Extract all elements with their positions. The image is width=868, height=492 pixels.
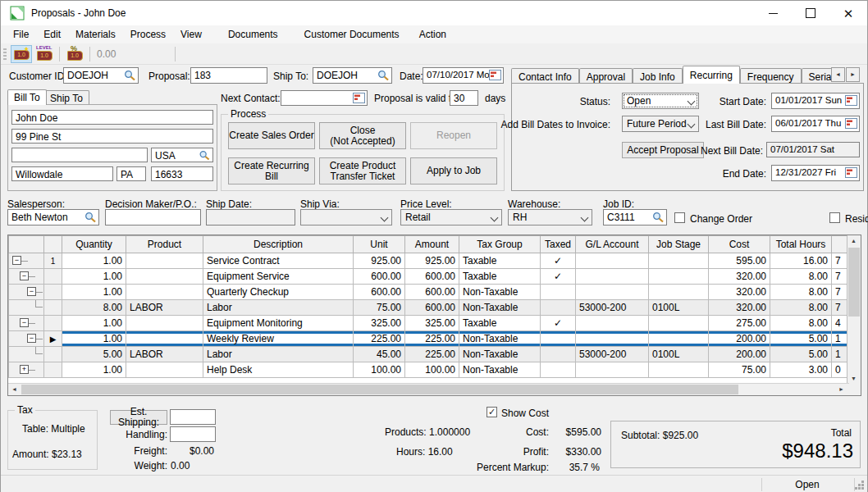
next-contact-field[interactable] [281,90,368,106]
bill-zip-field[interactable]: 16633 [151,166,213,181]
row-header[interactable] [44,269,62,285]
cell-unit[interactable]: 925.00 [354,253,405,269]
lookup-icon[interactable] [124,70,136,81]
cell-qty[interactable]: 1.00 [62,362,126,378]
calendar-icon[interactable] [489,70,501,80]
cell-amount[interactable]: 600.00 [405,285,459,300]
close-not-accepted-button[interactable]: Close (Not Accepted) [319,122,406,149]
cell-product[interactable]: LABOR [126,347,203,362]
current-row-marker[interactable]: ▶ [44,331,62,347]
table-row[interactable]: −1.00Equipment Service600.00600.00Taxabl… [9,269,849,285]
bill-address1-field[interactable]: 99 Pine St [11,129,213,144]
cell-taxed[interactable] [541,285,576,300]
table-row[interactable]: 5.00LABORLabor45.00225.00Non-Taxable5300… [9,347,849,362]
lookup-icon[interactable] [199,150,211,161]
warehouse-combo[interactable]: RH [508,209,592,226]
discount-price-tag-icon[interactable]: % 1.0 [64,45,85,63]
cell-qty[interactable]: 1.00 [62,331,126,347]
tab-frequency[interactable]: Frequency [740,68,802,84]
cell-gl[interactable] [576,331,649,347]
cell-amount[interactable]: 225.00 [405,347,459,362]
cell-amount[interactable]: 600.00 [405,269,459,285]
calendar-icon[interactable] [845,95,857,106]
salesperson-field[interactable]: Beth Newton [7,209,99,226]
cell-gl[interactable] [576,316,649,331]
bill-city-field[interactable]: Willowdale [11,166,113,181]
lookup-icon[interactable] [377,70,390,81]
cell-desc[interactable]: Weekly Review [203,331,354,347]
cell-hours[interactable]: 3.00 [770,362,832,378]
table-row[interactable]: −11.00Service Contract925.00925.00Taxabl… [9,253,849,269]
resize-grip[interactable] [861,481,864,483]
bill-address2-field[interactable] [11,148,148,162]
tab-recurring[interactable]: Recurring [683,66,740,84]
scroll-up-icon[interactable]: ▲ [847,235,860,246]
row-header[interactable] [44,285,62,300]
cell-tax[interactable]: Taxable [459,253,541,269]
price-level-combo[interactable]: Retail [400,209,502,226]
cell-cost[interactable]: 75.00 [709,362,770,378]
create-recurring-bill-button[interactable]: Create Recurring Bill [228,157,315,184]
collapse-icon[interactable]: − [20,271,29,280]
cell-desc[interactable]: Labor [203,300,354,316]
cell-unit[interactable]: 100.00 [354,362,405,378]
cell-qty[interactable]: 1.00 [62,316,126,331]
cell-cost[interactable]: 275.00 [709,316,770,331]
vertical-scrollbar[interactable]: ▲ ▼ [847,235,861,384]
cell-qty[interactable]: 1.00 [62,285,126,300]
create-sales-order-button[interactable]: Create Sales Order [228,122,315,149]
end-date-field[interactable]: 12/31/2027 Fri [771,165,860,181]
cell-hours[interactable]: 5.00 [770,347,832,362]
calendar-icon[interactable] [845,167,857,178]
cell-amount[interactable]: 225.00 [405,331,459,347]
proposal-field[interactable]: 183 [190,67,267,84]
cell-cost[interactable]: 200.00 [709,347,770,362]
collapse-icon[interactable]: − [12,256,21,265]
show-cost-checkbox[interactable]: ✓ [487,407,497,417]
cell-unit[interactable]: 325.00 [354,316,405,331]
cell-cost[interactable]: 320.00 [709,300,770,316]
cell-gl[interactable]: 53000-200 [576,300,649,316]
cell-product[interactable] [126,253,203,269]
lookup-icon[interactable] [85,212,97,223]
tab-serial-no[interactable]: Serial No. [802,68,831,84]
ship-to-field[interactable]: DOEJOH [313,67,392,84]
customer-id-field[interactable]: DOEJOH [63,67,139,84]
cell-stage[interactable] [649,253,709,269]
cell-hours[interactable]: 8.00 [770,316,832,331]
collapse-icon[interactable]: − [27,287,36,296]
cell-unit[interactable]: 45.00 [354,347,405,362]
apply-to-job-button[interactable]: Apply to Job [410,157,497,184]
calendar-icon[interactable] [353,93,365,103]
cell-product[interactable] [126,362,203,378]
scroll-down-icon[interactable]: ▼ [847,373,860,384]
cell-taxed[interactable] [541,347,576,362]
hscroll-thumb[interactable] [21,385,738,394]
cell-unit[interactable]: 225.00 [354,331,405,347]
accept-proposal-button[interactable]: Accept Proposal [622,142,704,158]
cell-taxed[interactable] [541,331,576,347]
cell-hours[interactable]: 8.00 [770,285,832,300]
maximize-icon[interactable] [792,1,829,25]
cell-desc[interactable]: Help Desk [203,362,354,378]
cell-stage[interactable] [649,269,709,285]
new-price-tag-icon[interactable]: 1.0 ✦ [11,45,32,63]
cell-amount[interactable]: 600.00 [405,300,459,316]
cell-desc[interactable]: Service Contract [203,253,354,269]
table-row[interactable]: 8.00LABORLabor75.00600.00Non-Taxable5300… [9,300,849,316]
cell-qty[interactable]: 1.00 [62,269,126,285]
tab-approval[interactable]: Approval [579,68,633,84]
last-bill-date-field[interactable]: 06/01/2017 Thu [771,116,860,132]
cell-unit[interactable]: 600.00 [354,269,405,285]
cell-qty[interactable]: 1.00 [62,253,126,269]
cell-taxed[interactable]: ✓ [541,253,576,269]
cell-cost[interactable]: 320.00 [709,269,770,285]
cell-amount[interactable]: 325.00 [405,316,459,331]
cell-amount[interactable]: 925.00 [405,253,459,269]
cell-unit[interactable]: 75.00 [354,300,405,316]
cell-product[interactable]: LABOR [126,300,203,316]
scroll-right-icon[interactable]: ► [835,384,847,394]
tab-ship-to[interactable]: Ship To [43,90,89,105]
cell-tax[interactable]: Non-Taxable [459,300,541,316]
cell-qty[interactable]: 5.00 [62,347,126,362]
